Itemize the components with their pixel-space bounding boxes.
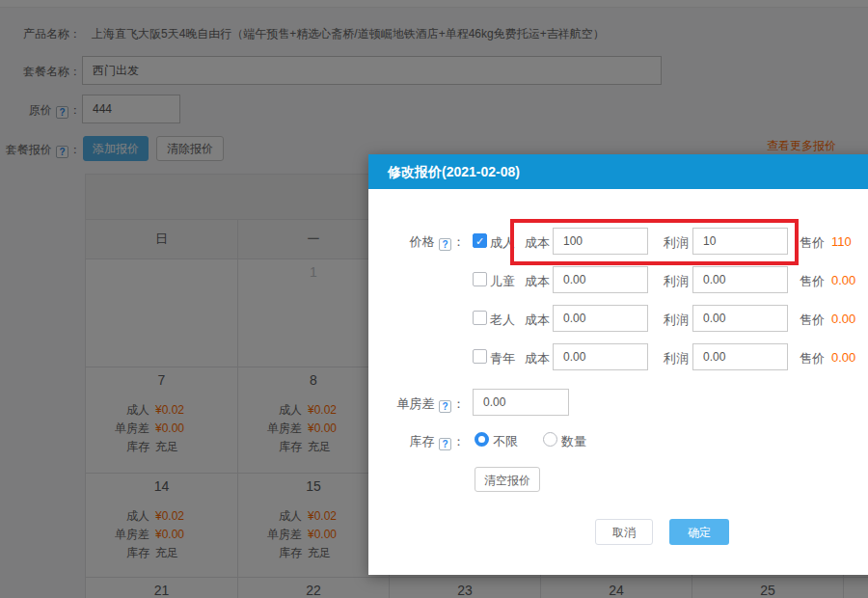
adult-sale-value: 110 <box>831 234 852 249</box>
adult-cost-input[interactable] <box>553 228 648 255</box>
stock-quantity-label: 数量 <box>561 433 586 450</box>
stock-label: 库存 ?： <box>368 433 465 450</box>
cost-label: 成本 <box>503 312 550 329</box>
cost-label: 成本 <box>503 273 550 290</box>
elderly-profit-input[interactable] <box>692 305 788 332</box>
confirm-button[interactable]: 确定 <box>669 519 729 545</box>
sale-price-label: 售价 <box>800 234 825 252</box>
adult-profit-input[interactable] <box>692 228 788 255</box>
price-row-child: 儿童 成本 利润 售价 0.00 <box>368 266 868 293</box>
single-room-label: 单房差 ?： <box>368 395 465 413</box>
modal-title: 修改报价(2021-02-08) <box>368 154 868 189</box>
elderly-sale-value: 0.00 <box>831 312 855 326</box>
cost-label: 成本 <box>503 234 550 252</box>
profit-label: 利润 <box>642 312 689 329</box>
profit-label: 利润 <box>642 273 689 290</box>
stock-row: 库存 ?： 不限 数量 <box>368 432 868 448</box>
profit-label: 利润 <box>642 234 689 252</box>
edit-quote-modal: 修改报价(2021-02-08) 价格 ?： ✓ 成人 成本 利润 售价 110… <box>368 154 868 575</box>
youth-sale-value: 0.00 <box>831 350 855 365</box>
child-checkbox[interactable] <box>473 272 487 286</box>
price-row-adult: 价格 ?： ✓ 成人 成本 利润 售价 110 <box>368 228 868 255</box>
price-label: 价格 ?： <box>368 233 465 251</box>
price-row-elderly: 老人 成本 利润 售价 0.00 <box>368 305 868 332</box>
child-profit-input[interactable] <box>692 266 788 293</box>
help-icon[interactable]: ? <box>439 400 451 413</box>
youth-checkbox[interactable] <box>473 349 487 364</box>
single-room-row: 单房差 ?： <box>368 389 868 416</box>
single-room-input[interactable] <box>473 389 569 416</box>
help-icon[interactable]: ? <box>439 238 451 251</box>
cancel-button[interactable]: 取消 <box>595 519 653 545</box>
profit-label: 利润 <box>642 350 689 367</box>
price-row-youth: 青年 成本 利润 售价 0.00 <box>368 343 868 370</box>
child-cost-input[interactable] <box>553 266 648 293</box>
sale-price-label: 售价 <box>800 350 825 367</box>
clear-quote-button[interactable]: 清空报价 <box>475 467 540 492</box>
cost-label: 成本 <box>503 350 550 367</box>
elderly-cost-input[interactable] <box>553 305 648 332</box>
child-sale-value: 0.00 <box>831 273 855 287</box>
sale-price-label: 售价 <box>800 312 825 329</box>
elderly-checkbox[interactable] <box>473 311 487 325</box>
adult-checkbox[interactable]: ✓ <box>473 233 487 248</box>
stock-quantity-radio[interactable] <box>543 432 557 447</box>
help-icon[interactable]: ? <box>439 438 451 450</box>
stock-unlimited-label: 不限 <box>493 433 518 450</box>
sale-price-label: 售价 <box>800 273 825 290</box>
stock-unlimited-radio[interactable] <box>475 432 489 447</box>
youth-cost-input[interactable] <box>553 343 648 370</box>
youth-profit-input[interactable] <box>692 343 788 370</box>
